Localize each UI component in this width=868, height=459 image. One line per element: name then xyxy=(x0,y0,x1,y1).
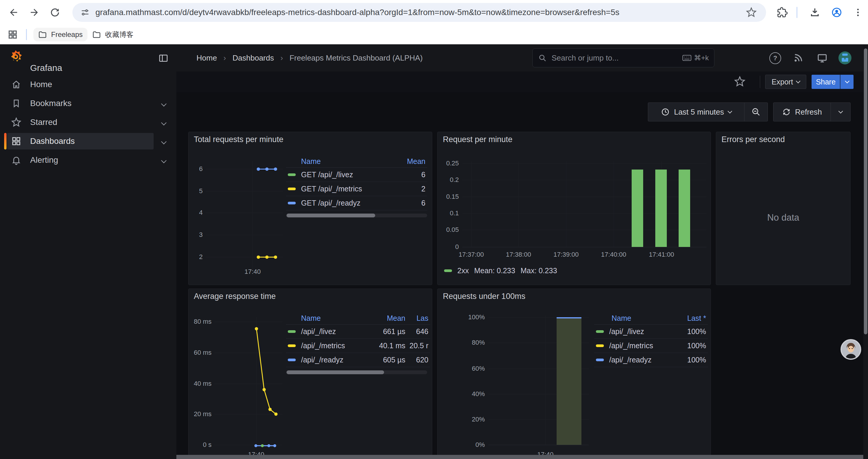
breadcrumb-dashboards[interactable]: Dashboards xyxy=(232,54,274,63)
panel-title[interactable]: Requests under 100ms xyxy=(443,292,525,301)
bar-2xx[interactable] xyxy=(632,169,643,247)
panel-title[interactable]: Request per minute xyxy=(443,135,513,144)
legend-scrollbar[interactable] xyxy=(286,370,427,374)
series-name[interactable]: /api/_/livez xyxy=(609,327,674,336)
area-fill-100pct[interactable] xyxy=(557,317,582,445)
bookmark-star-icon[interactable] xyxy=(746,7,756,18)
refresh-interval-button[interactable] xyxy=(831,103,850,121)
favorite-star-icon[interactable] xyxy=(734,76,745,87)
time-range-picker[interactable]: Last 5 minutes xyxy=(648,103,744,121)
chevron-down-icon xyxy=(838,109,843,114)
legend-col-last[interactable]: Last * xyxy=(674,314,706,323)
bar-2xx[interactable] xyxy=(655,169,667,247)
profile-icon[interactable] xyxy=(829,5,844,20)
zoom-out-button[interactable] xyxy=(745,103,768,121)
panel-title[interactable]: Errors per second xyxy=(721,135,785,144)
legend-col-name[interactable]: Name xyxy=(288,157,400,166)
sidebar-item-home[interactable]: Home xyxy=(7,76,154,93)
legend[interactable]: 2xx Mean: 0.233 Max: 0.233 xyxy=(444,266,557,275)
panel-title[interactable]: Total requests per minute xyxy=(194,135,283,144)
series-name[interactable]: GET /api/_/metrics xyxy=(301,185,400,193)
horizontal-scrollbar[interactable] xyxy=(176,455,863,459)
y-tick: 6 xyxy=(191,165,203,173)
chevron-down-icon[interactable] xyxy=(162,102,166,107)
legend-row[interactable]: /api/_/metrics 40.1 ms 20.5 r xyxy=(286,339,430,353)
series-name[interactable]: GET /api/_/readyz xyxy=(301,199,400,207)
user-avatar[interactable] xyxy=(838,52,851,64)
sidebar-item-dashboards[interactable]: Dashboards xyxy=(7,133,154,150)
legend-col-last[interactable]: Las xyxy=(405,314,428,323)
legend-header: Name Last * xyxy=(594,312,708,325)
back-button[interactable] xyxy=(6,5,21,20)
chevron-down-icon[interactable] xyxy=(162,121,166,126)
share-menu-button[interactable] xyxy=(840,75,854,89)
gridline xyxy=(256,317,256,450)
search-input[interactable] xyxy=(551,53,682,63)
no-data-text: No data xyxy=(716,212,850,223)
site-info-icon[interactable] xyxy=(80,7,90,18)
series-name[interactable]: GET /api/_/livez xyxy=(301,170,400,179)
news-rss-icon[interactable] xyxy=(793,53,804,63)
legend-row[interactable]: /api/_/readyz 100% xyxy=(594,353,708,367)
legend-row[interactable]: GET /api/_/livez 6 xyxy=(286,168,427,182)
bar-2xx[interactable] xyxy=(679,169,690,247)
sidebar-item-alerting[interactable]: Alerting xyxy=(7,152,154,168)
series-name[interactable]: 2xx xyxy=(457,266,469,275)
y-tick: 4 xyxy=(191,209,203,217)
toolbar-divider xyxy=(797,7,797,18)
legend-scrollbar[interactable] xyxy=(286,214,427,218)
x-tick: 17:40:00 xyxy=(596,251,631,258)
grafana-logo[interactable] xyxy=(8,50,23,64)
browser-menu-icon[interactable] xyxy=(850,5,866,20)
legend-row[interactable]: /api/_/livez 661 µs 646 xyxy=(286,325,430,339)
legend-col-name[interactable]: Name xyxy=(288,314,370,323)
apps-grid-icon[interactable] xyxy=(8,30,18,40)
legend-row[interactable]: /api/_/readyz 605 µs 620 xyxy=(286,353,430,367)
bookmark-folder-blogs[interactable]: 收藏博客 xyxy=(88,28,138,42)
legend-row[interactable]: /api/_/metrics 100% xyxy=(594,339,708,353)
series-max: Max: 0.233 xyxy=(521,266,557,275)
chevron-down-icon[interactable] xyxy=(162,139,166,145)
forward-button[interactable] xyxy=(27,5,42,20)
series-name[interactable]: /api/_/readyz xyxy=(301,356,370,364)
downloads-icon[interactable] xyxy=(807,5,823,20)
sidebar-item-label: Bookmarks xyxy=(30,99,71,108)
series-mean: 6 xyxy=(400,170,426,179)
url-text[interactable]: grafana.mathmast.com/d/deytv4rwavabkb/fr… xyxy=(95,8,619,17)
series-name[interactable]: /api/_/livez xyxy=(301,327,370,336)
help-icon[interactable]: ? xyxy=(769,52,781,64)
gridline xyxy=(215,353,282,353)
reload-button[interactable] xyxy=(47,5,63,20)
legend-col-mean[interactable]: Mean xyxy=(400,157,426,166)
legend-col-name[interactable]: Name xyxy=(596,314,674,323)
address-bar[interactable]: grafana.mathmast.com/d/deytv4rwavabkb/fr… xyxy=(72,3,766,22)
extensions-icon[interactable] xyxy=(775,5,790,20)
legend-row[interactable]: GET /api/_/readyz 6 xyxy=(286,196,427,210)
sidebar-item-bookmarks[interactable]: Bookmarks xyxy=(7,95,154,112)
time-range-label: Last 5 minutes xyxy=(674,107,724,117)
sidebar-toggle-icon[interactable] xyxy=(158,53,168,63)
legend-row[interactable]: GET /api/_/metrics 2 xyxy=(286,182,427,196)
series-name[interactable]: /api/_/metrics xyxy=(609,341,674,350)
vertical-scrollbar[interactable] xyxy=(863,44,868,459)
sidebar-item-starred[interactable]: Starred xyxy=(7,114,154,131)
share-button[interactable]: Share xyxy=(812,75,840,89)
export-button[interactable]: Export xyxy=(765,75,806,89)
series-name[interactable]: /api/_/metrics xyxy=(301,341,370,350)
legend-col-mean[interactable]: Mean xyxy=(370,314,405,323)
refresh-button[interactable]: Refresh xyxy=(773,103,831,121)
monitor-icon[interactable] xyxy=(816,53,828,64)
floating-avatar[interactable] xyxy=(840,339,861,360)
search-box[interactable]: ⌘+k xyxy=(532,48,714,67)
y-tick: 60% xyxy=(461,365,485,372)
y-tick: 40% xyxy=(461,390,485,398)
y-tick: 0.25 xyxy=(439,160,459,167)
breadcrumb-home[interactable]: Home xyxy=(196,54,217,63)
series-last: 100% xyxy=(674,327,706,336)
y-tick: 80% xyxy=(461,339,485,347)
bookmark-folder-freeleaps[interactable]: Freeleaps xyxy=(33,28,88,41)
panel-title[interactable]: Average response time xyxy=(194,292,276,301)
series-name[interactable]: /api/_/readyz xyxy=(609,356,674,364)
chevron-down-icon[interactable] xyxy=(162,158,166,164)
legend-row[interactable]: /api/_/livez 100% xyxy=(594,325,708,339)
